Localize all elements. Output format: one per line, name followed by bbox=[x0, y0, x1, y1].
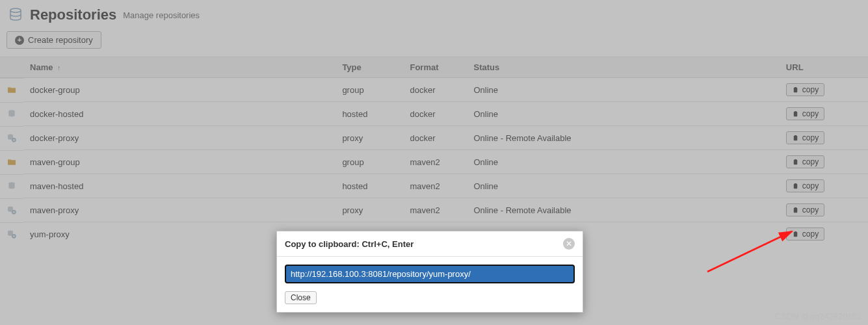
repo-format: docker bbox=[403, 102, 467, 126]
col-type-header[interactable]: Type bbox=[335, 57, 403, 78]
repo-type-icon bbox=[0, 78, 23, 101]
repo-type: hosted bbox=[335, 102, 403, 126]
repo-name: maven-hosted bbox=[23, 174, 335, 198]
copy-url-button[interactable]: copy bbox=[786, 155, 824, 168]
repo-url-cell: copy bbox=[780, 126, 845, 150]
col-status-header[interactable]: Status bbox=[467, 57, 780, 78]
clipboard-icon bbox=[792, 207, 799, 214]
page-header: Repositories Manage repositories bbox=[0, 0, 868, 27]
repo-type-icon bbox=[0, 102, 23, 125]
col-format-header[interactable]: Format bbox=[403, 57, 467, 78]
repo-name: docker-group bbox=[23, 78, 335, 102]
svg-point-0 bbox=[10, 8, 21, 12]
repo-format: maven2 bbox=[403, 174, 467, 198]
page-title: Repositories bbox=[30, 6, 116, 23]
copy-label: copy bbox=[802, 109, 819, 118]
row-action-cell bbox=[845, 102, 868, 126]
row-action-cell bbox=[845, 222, 868, 246]
copy-label: copy bbox=[802, 85, 819, 94]
table-header-row: Name ↑ Type Format Status URL bbox=[0, 57, 868, 78]
clipboard-icon bbox=[792, 231, 799, 238]
repo-format: maven2 bbox=[403, 198, 467, 222]
dialog-title: Copy to clipboard: Ctrl+C, Enter bbox=[285, 239, 414, 249]
clipboard-icon bbox=[792, 86, 799, 94]
plus-icon: + bbox=[15, 36, 24, 45]
repo-format: maven2 bbox=[403, 150, 467, 174]
copy-url-button[interactable]: copy bbox=[786, 131, 824, 144]
repo-type-icon bbox=[0, 222, 23, 245]
repo-type-icon bbox=[0, 174, 23, 197]
table-row[interactable]: maven-groupgroupmaven2Onlinecopy bbox=[0, 150, 868, 174]
dialog-body bbox=[277, 257, 583, 291]
svg-rect-8 bbox=[794, 135, 798, 140]
repo-url-cell: copy bbox=[780, 198, 845, 222]
row-action-cell bbox=[845, 174, 868, 198]
svg-rect-1 bbox=[794, 87, 798, 92]
page-root: Repositories Manage repositories + Creat… bbox=[0, 0, 868, 325]
repo-status: Online - Remote Available bbox=[467, 198, 780, 222]
row-action-cell bbox=[845, 150, 868, 174]
col-url-header[interactable]: URL bbox=[780, 57, 845, 78]
repo-url-cell: copy bbox=[780, 222, 845, 246]
copy-url-button[interactable]: copy bbox=[786, 203, 824, 216]
close-button[interactable]: Close bbox=[285, 291, 317, 304]
dialog-header: Copy to clipboard: Ctrl+C, Enter ✕ bbox=[277, 231, 583, 257]
repo-url-cell: copy bbox=[780, 102, 845, 126]
url-input[interactable] bbox=[285, 265, 575, 283]
database-icon bbox=[8, 7, 23, 23]
copy-url-button[interactable]: copy bbox=[786, 228, 824, 240]
repo-name: docker-hosted bbox=[23, 102, 335, 126]
repo-status: Online bbox=[467, 102, 780, 126]
row-action-cell bbox=[845, 78, 868, 102]
table-row[interactable]: maven-hostedhostedmaven2Onlinecopy bbox=[0, 174, 868, 198]
sort-asc-icon: ↑ bbox=[57, 64, 61, 72]
repo-url-cell: copy bbox=[780, 150, 845, 174]
table-row[interactable]: maven-proxyproxymaven2Online - Remote Av… bbox=[0, 198, 868, 222]
table-row[interactable]: docker-proxyproxydockerOnline - Remote A… bbox=[0, 126, 868, 150]
table-row[interactable]: docker-groupgroupdockerOnlinecopy bbox=[0, 78, 868, 102]
clipboard-icon bbox=[792, 110, 799, 118]
page-subtitle: Manage repositories bbox=[123, 10, 200, 20]
copy-url-button[interactable]: copy bbox=[786, 83, 824, 96]
copy-url-button[interactable]: copy bbox=[786, 107, 824, 120]
copy-url-button[interactable]: copy bbox=[786, 179, 824, 192]
svg-rect-18 bbox=[795, 207, 796, 208]
col-name-header[interactable]: Name ↑ bbox=[23, 57, 335, 78]
row-action-cell bbox=[845, 126, 868, 150]
repo-type-icon bbox=[0, 126, 23, 149]
repo-status: Online bbox=[467, 150, 780, 174]
repo-name: maven-group bbox=[23, 150, 335, 174]
col-icon-header[interactable] bbox=[0, 57, 23, 78]
copy-label: copy bbox=[802, 133, 819, 142]
repo-url-cell: copy bbox=[780, 78, 845, 102]
repo-type-icon bbox=[0, 198, 23, 221]
repo-url-cell: copy bbox=[780, 174, 845, 198]
create-repository-button[interactable]: + Create repository bbox=[7, 31, 101, 49]
svg-rect-5 bbox=[795, 110, 796, 112]
table-row[interactable]: docker-hostedhosteddockerOnlinecopy bbox=[0, 102, 868, 126]
copy-label: copy bbox=[802, 181, 819, 190]
repo-status: Online bbox=[467, 174, 780, 198]
dialog-footer: Close bbox=[277, 291, 583, 312]
close-icon[interactable]: ✕ bbox=[563, 238, 575, 250]
repo-format: docker bbox=[403, 78, 467, 102]
svg-rect-22 bbox=[795, 231, 796, 232]
toolbar: + Create repository bbox=[0, 27, 868, 57]
create-repository-label: Create repository bbox=[28, 35, 93, 45]
col-action-header bbox=[845, 57, 868, 78]
repo-type: group bbox=[335, 78, 403, 102]
svg-rect-2 bbox=[795, 86, 796, 88]
clipboard-icon bbox=[792, 159, 799, 166]
repo-type: proxy bbox=[335, 198, 403, 222]
copy-url-dialog: Copy to clipboard: Ctrl+C, Enter ✕ Close bbox=[276, 231, 583, 313]
copy-label: copy bbox=[802, 205, 819, 214]
repo-status: Online - Remote Available bbox=[467, 126, 780, 150]
svg-rect-10 bbox=[794, 159, 798, 164]
svg-rect-9 bbox=[795, 135, 796, 136]
row-action-cell bbox=[845, 198, 868, 222]
copy-label: copy bbox=[802, 229, 819, 239]
svg-rect-14 bbox=[795, 183, 796, 184]
svg-rect-4 bbox=[794, 111, 798, 116]
copy-label: copy bbox=[802, 157, 819, 166]
clipboard-icon bbox=[792, 183, 799, 190]
